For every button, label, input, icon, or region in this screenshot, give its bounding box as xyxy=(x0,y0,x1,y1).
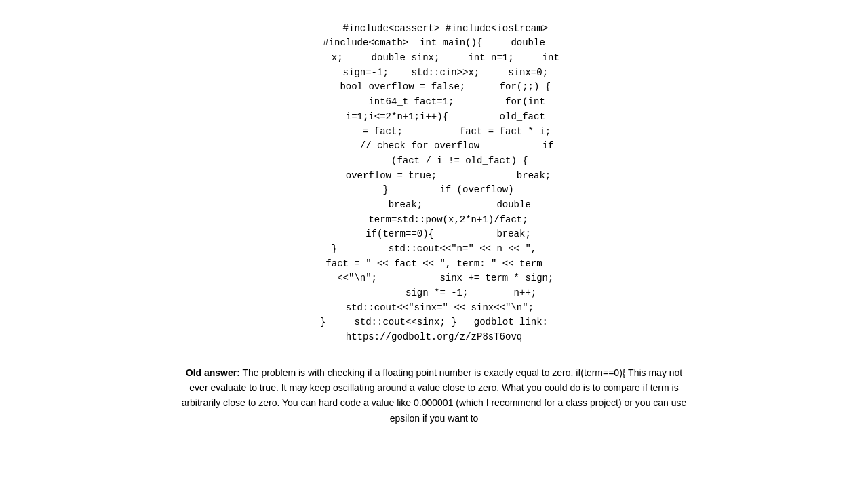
explanation-text: The problem is with checking if a floati… xyxy=(182,367,687,424)
code-display: #include<cassert> #include<iostream> #in… xyxy=(176,7,692,360)
main-content: #include<cassert> #include<iostream> #in… xyxy=(163,0,705,432)
old-answer-label: Old answer: xyxy=(186,367,240,378)
explanation-block: Old answer: The problem is with checking… xyxy=(176,365,692,426)
code-text: #include<cassert> #include<iostream> #in… xyxy=(309,23,559,342)
